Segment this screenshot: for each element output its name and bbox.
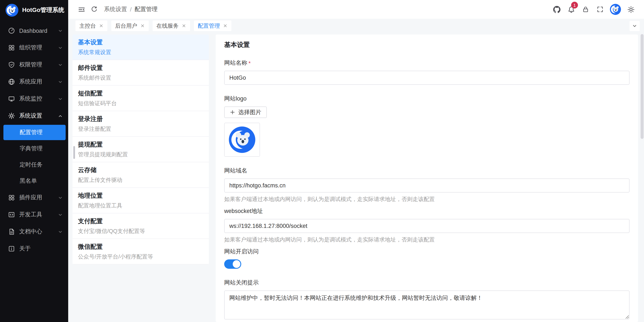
sidebar-item-devtools[interactable]: 开发工具 [0, 206, 68, 223]
settings-group-title: 地理位置 [78, 191, 203, 201]
settings-group-subtitle: 配置上传文件驱动 [78, 176, 203, 184]
sidebar-subitem-label: 黑名单 [20, 177, 37, 185]
settings-group-subtitle: 管理员提现规则配置 [78, 150, 203, 159]
chevron-down-icon [58, 229, 63, 235]
app-logo-row[interactable]: HotGo管理系统 [0, 0, 68, 20]
chevron-down-icon [58, 28, 63, 33]
basic-settings-form-card: 基本设置 网站名称 * 网站logo 选择图片 [216, 34, 638, 322]
site-name-input[interactable] [224, 71, 630, 85]
settings-group-basic[interactable]: 基本设置 系统常规设置 [72, 34, 209, 60]
lock-screen-icon[interactable] [579, 3, 592, 16]
form-item-websocket: websocket地址 如果客户端通过本地或内网访问，则认为是调试模式，走实际请… [224, 207, 630, 244]
app-title: HotGo管理系统 [22, 6, 64, 14]
form-item-site-open: 网站开启访问 [224, 248, 630, 269]
tab-admin-users[interactable]: 后台用户 [111, 20, 149, 31]
tab-dashboard[interactable]: 主控台 [76, 20, 108, 31]
close-icon[interactable] [140, 23, 145, 28]
app-root: HotGo管理系统 Dashboard 组织管理 [0, 0, 644, 322]
chevron-down-icon [58, 195, 63, 200]
logo-preview-image[interactable] [224, 123, 260, 157]
tab-label: 配置管理 [198, 22, 220, 29]
field-label: 网站关闭提示 [224, 279, 630, 287]
close-icon[interactable] [182, 23, 186, 28]
settings-menu-card: 基本设置 系统常规设置 邮件设置 系统邮件设置 短信配置 短信验证码平台 登录注… [72, 34, 209, 265]
close-icon[interactable] [223, 23, 228, 28]
page-scrollbar[interactable] [640, 34, 644, 318]
sidebar: HotGo管理系统 Dashboard 组织管理 [0, 0, 68, 322]
pick-image-button[interactable]: 选择图片 [224, 106, 267, 118]
settings-gear-icon[interactable] [624, 3, 637, 16]
sidebar-item-settings[interactable]: 系统设置 [0, 107, 68, 124]
fullscreen-icon[interactable] [594, 3, 606, 16]
sidebar-item-cron[interactable]: 定时任务 [0, 157, 68, 173]
sidebar-subitem-label: 定时任务 [20, 161, 42, 169]
content-area: 基本设置 系统常规设置 邮件设置 系统邮件设置 短信配置 短信验证码平台 登录注… [68, 33, 644, 322]
settings-group-title: 云存储 [78, 165, 203, 175]
user-avatar[interactable] [610, 4, 621, 15]
code-box-icon [8, 211, 15, 218]
settings-group-pay[interactable]: 支付配置 支付宝/微信/QQ支付配置等 [72, 213, 209, 239]
plugin-grid-icon [8, 194, 15, 201]
shield-check-icon [8, 61, 15, 68]
site-domain-input[interactable] [224, 178, 630, 193]
settings-group-withdraw[interactable]: 提现配置 管理员提现规则配置 [72, 137, 209, 162]
breadcrumb-item-root[interactable]: 系统设置 [104, 5, 127, 13]
site-open-toggle[interactable] [224, 259, 241, 269]
tab-options-button[interactable] [630, 21, 640, 31]
required-asterisk: * [248, 60, 250, 66]
chevron-up-icon [58, 113, 63, 119]
settings-group-wechat[interactable]: 微信配置 公众号/开放平台/小程序配置等 [72, 239, 209, 265]
settings-group-login[interactable]: 登录注册 登录注册配置 [72, 111, 209, 137]
sidebar-item-permission[interactable]: 权限管理 [0, 56, 68, 73]
sidebar-item-dashboard[interactable]: Dashboard [0, 22, 68, 39]
chevron-down-icon [58, 79, 63, 84]
sidebar-item-plugins[interactable]: 插件应用 [0, 189, 68, 206]
settings-group-sms[interactable]: 短信配置 短信验证码平台 [72, 86, 209, 111]
org-grid-icon [8, 44, 15, 51]
refresh-icon[interactable] [88, 3, 100, 16]
main-area: 系统设置 / 配置管理 1 [68, 0, 644, 322]
notification-bell-icon[interactable]: 1 [565, 3, 578, 16]
settings-group-geo[interactable]: 地理位置 配置地理位置工具 [72, 188, 209, 213]
document-icon [8, 228, 15, 235]
header-actions: 1 [550, 3, 637, 16]
collapse-menu-icon[interactable] [75, 3, 88, 16]
sidebar-item-config-manage[interactable]: 配置管理 [4, 125, 66, 140]
sidebar-item-monitor[interactable]: 系统监控 [0, 90, 68, 107]
sidebar-item-dict-manage[interactable]: 字典管理 [0, 141, 68, 157]
settings-group-email[interactable]: 邮件设置 系统邮件设置 [72, 60, 209, 86]
sidebar-item-blacklist[interactable]: 黑名单 [0, 173, 68, 189]
monitor-icon [8, 95, 15, 102]
breadcrumb-separator: / [130, 6, 132, 12]
scrollbar-thumb[interactable] [640, 34, 644, 139]
settings-group-title: 邮件设置 [78, 63, 203, 73]
sidebar-item-label: 文档中心 [19, 228, 53, 236]
scrollbar-thumb[interactable] [73, 146, 75, 159]
close-tip-textarea[interactable]: 网站维护中，暂时无法访问！本网站正在进行系统维护和技术升级，网站暂时无法访问，敬… [224, 291, 630, 320]
sidebar-item-apps[interactable]: 系统应用 [0, 73, 68, 90]
chevron-down-icon [632, 23, 638, 29]
tab-online-service[interactable]: 在线服务 [152, 20, 190, 31]
websocket-address-input[interactable] [224, 219, 630, 233]
sidebar-item-org[interactable]: 组织管理 [0, 39, 68, 56]
form-item-close-tip: 网站关闭提示 网站维护中，暂时无法访问！本网站正在进行系统维护和技术升级，网站暂… [224, 279, 630, 320]
field-label: websocket地址 [224, 207, 630, 215]
sidebar-item-docs[interactable]: 文档中心 [0, 223, 68, 240]
breadcrumb-item-current: 配置管理 [135, 5, 158, 13]
form-title: 基本设置 [224, 41, 630, 49]
tab-config-manage[interactable]: 配置管理 [194, 20, 232, 31]
toggle-knob [233, 260, 240, 268]
field-label: 网站域名 [224, 167, 630, 175]
gear-icon [8, 112, 15, 119]
github-icon[interactable] [550, 3, 563, 16]
settings-group-title: 微信配置 [78, 242, 203, 252]
app-logo-icon [6, 4, 18, 16]
sidebar-item-about[interactable]: 关于 [0, 240, 68, 257]
sidebar-subitem-label: 字典管理 [20, 145, 42, 152]
field-help-text: 如果客户端通过本地或内网访问，则认为是调试模式，走实际请求地址，否则走该配置 [224, 236, 630, 244]
dashboard-icon [8, 27, 15, 34]
settings-group-storage[interactable]: 云存储 配置上传文件驱动 [72, 162, 209, 188]
close-icon[interactable] [99, 23, 104, 28]
settings-group-subtitle: 系统常规设置 [78, 48, 203, 57]
field-label: 网站名称 * [224, 59, 630, 67]
